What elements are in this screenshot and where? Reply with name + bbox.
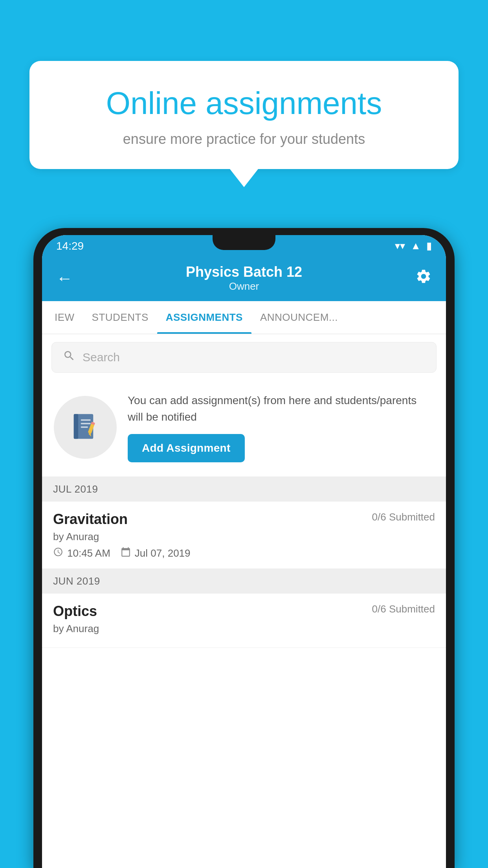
speech-bubble: Online assignments ensure more practice … [29,61,459,169]
settings-icon[interactable] [415,268,432,289]
svg-rect-3 [81,423,91,424]
svg-rect-1 [74,414,78,439]
status-time: 14:29 [56,240,84,252]
assignment-row-top: Gravitation 0/6 Submitted [53,511,435,528]
promo-icon-circle [54,396,117,459]
signal-icon: ▲ [411,240,421,252]
section-jul-label: JUL 2019 [53,483,98,495]
section-jul-2019: JUL 2019 [42,477,446,502]
tab-announcements[interactable]: ANNOUNCEM... [251,301,347,334]
app-header: ← Physics Batch 12 Owner [42,257,446,301]
header-subtitle: Owner [186,280,302,292]
battery-icon: ▮ [426,240,432,252]
section-jun-label: JUN 2019 [53,575,100,587]
assignment-time-value: 10:45 AM [67,547,110,559]
search-bar[interactable]: Search [51,342,437,373]
header-center: Physics Batch 12 Owner [186,264,302,292]
assignment-by-optics: by Anurag [53,623,435,635]
wifi-icon: ▾▾ [395,240,405,252]
phone-notch [213,235,275,250]
assignment-icon [68,410,103,445]
assignment-item-gravitation[interactable]: Gravitation 0/6 Submitted by Anurag 10:4… [42,502,446,569]
calendar-icon [121,547,131,560]
tab-assignments[interactable]: ASSIGNMENTS [157,301,251,334]
svg-rect-4 [81,427,88,428]
clock-icon [53,547,63,560]
tab-students[interactable]: STUDENTS [83,301,157,334]
assignment-time: 10:45 AM [53,547,110,560]
assignment-submitted-optics: 0/6 Submitted [372,603,435,615]
assignment-submitted: 0/6 Submitted [372,511,435,523]
bubble-subtitle: ensure more practice for your students [57,131,431,147]
search-icon [63,349,75,365]
assignment-name: Gravitation [53,511,128,528]
speech-bubble-tail [230,169,258,187]
search-input[interactable]: Search [83,351,120,364]
header-title: Physics Batch 12 [186,264,302,280]
status-icons: ▾▾ ▲ ▮ [395,240,432,252]
assignment-row-top-optics: Optics 0/6 Submitted [53,603,435,620]
search-bar-container: Search [42,334,446,381]
phone-inner: 14:29 ▾▾ ▲ ▮ ← Physics Batch 12 Owner [42,235,446,868]
promo-text: You can add assignment(s) from here and … [128,392,434,425]
svg-rect-2 [81,419,91,421]
assignment-name-optics: Optics [53,603,97,620]
add-assignment-button[interactable]: Add Assignment [128,434,245,462]
promo-content: You can add assignment(s) from here and … [128,392,434,462]
back-button[interactable]: ← [56,269,73,288]
promo-section: You can add assignment(s) from here and … [42,381,446,477]
tabs-bar: IEW STUDENTS ASSIGNMENTS ANNOUNCEM... [42,301,446,334]
assignment-date-value: Jul 07, 2019 [135,547,191,559]
assignment-meta: 10:45 AM Jul 07, 2019 [53,547,435,560]
assignment-date: Jul 07, 2019 [121,547,191,560]
tab-iew[interactable]: IEW [46,301,83,334]
assignment-item-optics[interactable]: Optics 0/6 Submitted by Anurag [42,594,446,648]
phone-frame: 14:29 ▾▾ ▲ ▮ ← Physics Batch 12 Owner [33,228,455,868]
assignment-by: by Anurag [53,531,435,543]
section-jun-2019: JUN 2019 [42,569,446,594]
speech-bubble-container: Online assignments ensure more practice … [29,61,459,187]
bubble-title: Online assignments [57,85,431,122]
